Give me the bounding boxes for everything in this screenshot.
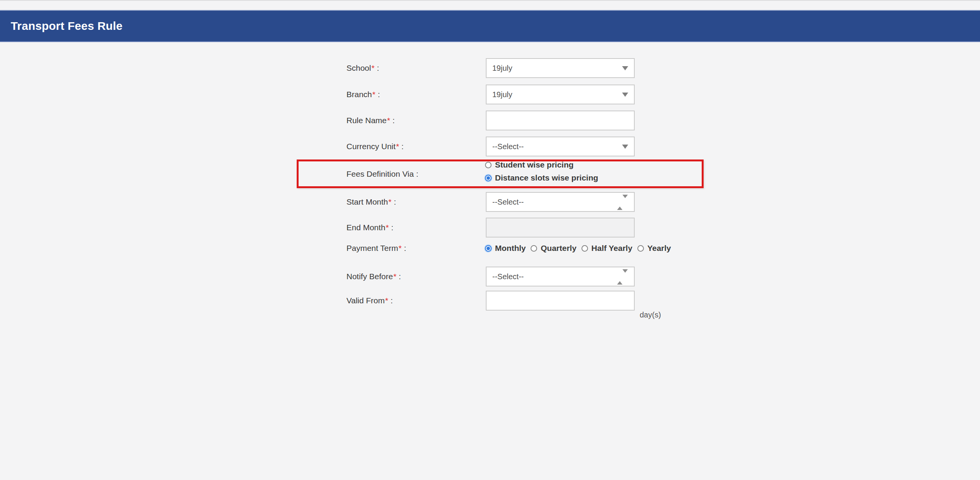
branch-label: Branch*: (346, 85, 380, 104)
school-select-value: 19july (492, 64, 634, 73)
payment-term-row: Payment Term*: Monthly Quarterly Half Ye… (0, 242, 980, 255)
fees-definition-options: Student wise pricing Distance slots wise… (485, 158, 598, 184)
page: { "colors": { "header_bg": "#2a4a8c", "h… (0, 0, 980, 480)
select-spinner-icon (617, 273, 628, 281)
payment-term-options: Monthly Quarterly Half Yearly Yearly (485, 242, 671, 255)
radio-selected-icon (485, 245, 492, 252)
radio-icon (485, 162, 492, 168)
end-month-row: End Month*: (0, 218, 980, 238)
chevron-down-icon (622, 145, 628, 149)
radio-icon (637, 245, 644, 252)
radio-yearly[interactable]: Yearly (637, 244, 671, 253)
currency-unit-row: Currency Unit*: --Select-- (0, 137, 980, 156)
days-suffix-text: day(s) (640, 311, 661, 319)
rule-name-label: Rule Name*: (346, 111, 395, 130)
required-marker: * (371, 63, 374, 73)
branch-row: Branch*: 19july (0, 85, 980, 104)
valid-from-input[interactable] (486, 291, 635, 311)
radio-monthly[interactable]: Monthly (485, 244, 526, 253)
required-marker: * (396, 142, 399, 151)
branch-select-value: 19july (492, 90, 634, 99)
required-marker: * (399, 244, 402, 253)
select-spinner-icon (617, 198, 628, 207)
required-marker: * (393, 272, 396, 281)
chevron-down-icon (622, 66, 628, 70)
start-month-select[interactable]: --Select-- (486, 192, 635, 212)
rule-name-row: Rule Name*: (0, 111, 980, 130)
page-title: Transport Fees Rule (0, 20, 122, 33)
radio-icon (581, 245, 588, 252)
start-month-row: Start Month*: --Select-- (0, 192, 980, 212)
branch-select[interactable]: 19july (486, 85, 635, 104)
radio-student-wise-pricing[interactable]: Student wise pricing (485, 160, 573, 169)
currency-unit-label: Currency Unit*: (346, 137, 403, 156)
start-month-label: Start Month*: (346, 192, 396, 212)
notify-before-label: Notify Before*: (346, 267, 401, 286)
required-marker: * (372, 90, 376, 99)
required-marker: * (385, 296, 388, 305)
rule-name-input[interactable] (486, 111, 635, 130)
school-label: School*: (346, 58, 379, 78)
valid-from-label: Valid From*: (346, 291, 393, 311)
payment-term-label: Payment Term*: (346, 242, 406, 255)
page-header: Transport Fees Rule (0, 10, 980, 42)
start-month-select-value: --Select-- (492, 198, 634, 207)
radio-half-yearly[interactable]: Half Yearly (581, 244, 632, 253)
radio-quarterly[interactable]: Quarterly (531, 244, 576, 253)
end-month-input (486, 218, 635, 238)
required-marker: * (386, 223, 389, 232)
radio-distance-slots-wise-pricing[interactable]: Distance slots wise pricing (485, 173, 598, 182)
valid-from-row: Valid From*: (0, 291, 980, 311)
required-marker: * (389, 197, 392, 207)
end-month-label: End Month*: (346, 218, 394, 238)
chevron-down-icon (622, 93, 628, 97)
notify-before-select-value: --Select-- (492, 272, 634, 281)
school-row: School*: 19july (0, 58, 980, 78)
school-select[interactable]: 19july (486, 58, 635, 78)
radio-selected-icon (485, 175, 492, 181)
currency-unit-select[interactable]: --Select-- (486, 137, 635, 156)
notify-before-row: Notify Before*: --Select-- (0, 267, 980, 286)
fees-definition-label: Fees Definition Via: (346, 159, 418, 188)
currency-unit-select-value: --Select-- (492, 142, 634, 151)
required-marker: * (387, 116, 390, 125)
radio-icon (531, 245, 537, 252)
notify-before-select[interactable]: --Select-- (486, 267, 635, 286)
